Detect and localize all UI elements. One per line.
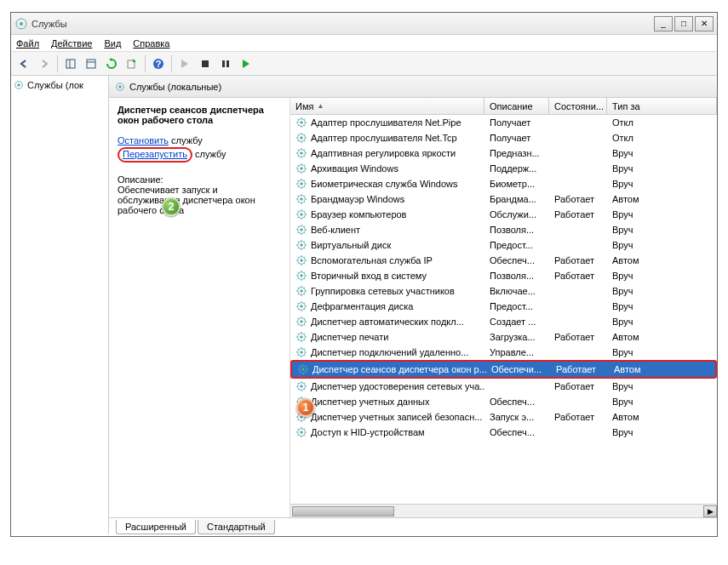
menu-file[interactable]: Файл: [16, 38, 39, 49]
callout-badge-1: 1: [296, 398, 315, 417]
service-desc: Биометр...: [484, 178, 549, 190]
service-name: Биометрическая служба Windows: [311, 179, 458, 189]
service-name: Диспетчер учетных записей безопасн...: [311, 412, 482, 422]
service-row[interactable]: Диспетчер подключений удаленно...Управле…: [290, 345, 717, 360]
service-desc: [484, 385, 549, 387]
svg-point-39: [300, 289, 303, 293]
tab-standard[interactable]: Стандартный: [198, 520, 275, 534]
service-row[interactable]: Вторичный вход в системуПозволя...Работа…: [290, 268, 717, 283]
gear-icon: [295, 316, 307, 328]
menu-view[interactable]: Вид: [104, 38, 121, 49]
service-row[interactable]: Дефрагментация дискаПредост...Вруч: [290, 299, 717, 314]
service-state: [549, 351, 607, 353]
column-headers: Имя▲ Описание Состояни... Тип за: [290, 98, 717, 115]
column-state[interactable]: Состояни...: [549, 98, 607, 114]
svg-rect-11: [226, 60, 229, 67]
service-type: Вруч: [607, 380, 717, 392]
service-desc: Обеспеч...: [484, 254, 549, 266]
start-service-button[interactable]: [175, 54, 194, 73]
service-row[interactable]: Диспетчер автоматических подкл...Создает…: [290, 314, 717, 329]
gear-icon: [295, 117, 307, 128]
service-desc: Запуск э...: [484, 411, 549, 423]
service-desc: Обслужи...: [484, 208, 549, 220]
gear-icon: [295, 346, 307, 358]
svg-point-13: [17, 83, 20, 87]
column-type[interactable]: Тип за: [607, 98, 717, 114]
restart-service-button[interactable]: [237, 54, 255, 73]
service-row[interactable]: Адаптивная регулировка яркостиПредназн..…: [290, 146, 717, 161]
svg-text:?: ?: [156, 59, 162, 69]
svg-rect-10: [222, 60, 225, 67]
service-name: Группировка сетевых участников: [311, 286, 455, 296]
column-name[interactable]: Имя▲: [290, 98, 484, 114]
service-row[interactable]: Диспетчер печатиЗагрузка...РаботаетАвтом: [290, 329, 717, 345]
stop-service-button[interactable]: [196, 54, 215, 73]
service-row[interactable]: Архивация WindowsПоддерж...Вруч: [290, 161, 717, 176]
forward-button[interactable]: [35, 54, 54, 73]
tab-extended[interactable]: Расширенный: [116, 520, 196, 534]
service-row[interactable]: Диспетчер сеансов диспетчера окон р...Об…: [290, 360, 717, 379]
service-type: Вруч: [607, 270, 717, 282]
service-name: Диспетчер удостоверения сетевых уча...: [311, 381, 484, 391]
minimize-button[interactable]: _: [654, 16, 673, 31]
help-button[interactable]: ?: [149, 54, 168, 73]
svg-point-31: [300, 228, 303, 231]
service-row[interactable]: Виртуальный дискПредост...Вруч: [290, 237, 717, 253]
show-hide-button[interactable]: [61, 54, 80, 73]
service-row[interactable]: Диспетчер удостоверения сетевых уча...Ра…: [290, 379, 717, 394]
view-tabs: Расширенный Стандартный: [109, 517, 717, 534]
service-row[interactable]: Адаптер прослушивателя Net.TcpПолучаетОт…: [290, 130, 717, 146]
service-row[interactable]: Доступ к HID-устройствамОбеспеч...Вруч: [290, 425, 717, 440]
tree-label: Службы (лок: [27, 80, 83, 90]
service-row[interactable]: Диспетчер учетных записей безопасн...Зап…: [290, 409, 717, 425]
service-type: Вруч: [607, 396, 717, 408]
service-name: Брандмауэр Windows: [311, 194, 404, 204]
service-row[interactable]: Адаптер прослушивателя Net.PipeПолучаетО…: [290, 115, 717, 130]
service-type: Вруч: [607, 224, 717, 236]
service-row[interactable]: Веб-клиентПозволя...Вруч: [290, 222, 717, 237]
content-title: Службы (локальные): [129, 82, 221, 92]
refresh-button[interactable]: [102, 54, 121, 73]
service-state: Работает: [549, 208, 607, 220]
scroll-right-arrow[interactable]: ▶: [703, 505, 717, 517]
gear-icon: [295, 224, 307, 236]
menu-action[interactable]: Действие: [51, 38, 92, 49]
service-desc: Управле...: [484, 346, 549, 358]
menu-help[interactable]: Справка: [133, 38, 169, 49]
service-state: [549, 229, 607, 231]
service-row[interactable]: Диспетчер учетных данныхОбеспеч...Вруч: [290, 394, 717, 409]
service-row[interactable]: Вспомогательная служба IPОбеспеч...Работ…: [290, 253, 717, 268]
services-window: Службы _ □ ✕ Файл Действие Вид Справка ?: [10, 12, 718, 537]
service-state: [549, 244, 607, 246]
properties-button[interactable]: [82, 54, 100, 73]
service-type: Вруч: [607, 285, 717, 297]
column-description[interactable]: Описание: [484, 98, 549, 114]
service-state: [549, 122, 607, 123]
svg-point-45: [300, 335, 303, 339]
maximize-button[interactable]: □: [674, 16, 693, 31]
service-row[interactable]: Биометрическая служба WindowsБиометр...В…: [290, 176, 717, 191]
svg-rect-2: [66, 60, 75, 68]
service-type: Вруч: [607, 147, 717, 159]
pause-service-button[interactable]: [216, 54, 235, 73]
service-name: Адаптивная регулировка яркости: [311, 148, 456, 158]
titlebar[interactable]: Службы _ □ ✕: [11, 13, 717, 35]
tree-root[interactable]: Службы (лок: [13, 79, 106, 91]
service-row[interactable]: Брандмауэр WindowsБрандма...РаботаетАвто…: [290, 191, 717, 207]
service-row[interactable]: Браузер компьютеровОбслужи...РаботаетВру…: [290, 207, 717, 222]
service-type: Вруч: [607, 178, 717, 190]
service-type: Откл: [607, 117, 717, 128]
horizontal-scrollbar[interactable]: ▶: [290, 504, 717, 517]
svg-point-29: [300, 213, 303, 216]
restart-link[interactable]: Перезапустить: [123, 149, 187, 159]
stop-link[interactable]: Остановить: [118, 135, 169, 146]
back-button[interactable]: [14, 54, 33, 73]
close-button[interactable]: ✕: [695, 16, 714, 31]
gear-icon: [295, 300, 307, 312]
export-button[interactable]: [123, 54, 141, 73]
description-label: Описание:: [118, 174, 281, 185]
service-row[interactable]: Группировка сетевых участниковВключае...…: [290, 283, 717, 299]
svg-point-27: [300, 197, 303, 201]
service-type: Вруч: [607, 346, 717, 358]
scroll-thumb[interactable]: [292, 506, 394, 516]
